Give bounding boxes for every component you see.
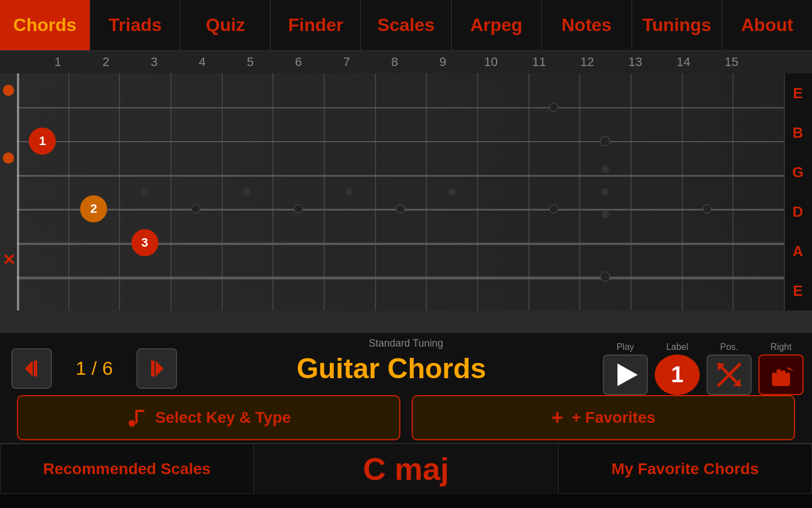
- tuning-label: Standard Tuning: [369, 338, 443, 349]
- fret-line-13: [682, 73, 683, 310]
- nav-scales[interactable]: Scales: [361, 0, 451, 50]
- inlay-dot-fret-7: [345, 188, 353, 196]
- fret-line-7: [375, 73, 376, 310]
- open-string-1: [3, 85, 14, 96]
- extra-dot-12-5: [600, 271, 610, 282]
- fretboard[interactable]: // We'll generate fret lines and dots vi…: [0, 73, 812, 333]
- music-note-icon: [126, 408, 147, 428]
- string-4: [17, 209, 801, 211]
- fret-line-10: [528, 73, 529, 310]
- top-navigation: Chords Triads Quiz Finder Scales Arpeg N…: [0, 0, 812, 51]
- inlay-dot-fret-12: [601, 165, 609, 173]
- fret-line-3: [170, 73, 171, 310]
- inlay-dot-fret-12: [601, 211, 609, 218]
- open-string-3: [3, 152, 14, 164]
- nav-chords[interactable]: Chords: [0, 0, 90, 50]
- home-button[interactable]: △: [377, 496, 438, 508]
- fret-line-11: [579, 73, 580, 310]
- fret-line-5: [272, 73, 273, 310]
- label-ctrl-label: Label: [666, 342, 688, 352]
- nav-arpeg[interactable]: Arpeg: [452, 0, 542, 50]
- neck-note-dot: [549, 103, 558, 112]
- fret-line-9: [477, 73, 478, 310]
- nav-finder[interactable]: Finder: [271, 0, 361, 50]
- right-button[interactable]: [758, 354, 804, 395]
- back-button[interactable]: ←: [104, 496, 169, 508]
- string-6: [17, 277, 801, 279]
- string-2: [17, 141, 801, 142]
- chord-name-display: C maj: [254, 444, 558, 494]
- finger-dot-1: 1: [29, 128, 56, 155]
- guitar-neck: // We'll generate fret lines and dots vi…: [0, 73, 812, 310]
- prev-button[interactable]: [11, 348, 52, 389]
- play-button[interactable]: [603, 354, 648, 395]
- svg-rect-12: [772, 378, 790, 386]
- open-strings: ✕: [0, 73, 17, 310]
- fret-line-15: [784, 73, 785, 310]
- svg-point-14: [129, 420, 135, 427]
- fret-line-14: [732, 73, 734, 310]
- inlay-dot-fret-3: [141, 188, 149, 196]
- inlay-dot-fret-12: [601, 188, 609, 196]
- hand-icon: [767, 361, 795, 388]
- string-labels: E B G D A E: [784, 73, 812, 310]
- select-key-button[interactable]: Select Key & Type: [17, 395, 400, 440]
- favorites-button[interactable]: + + Favorites: [412, 395, 795, 440]
- pos-icon: [715, 361, 743, 389]
- next-icon: [147, 358, 167, 379]
- plus-icon: +: [551, 406, 563, 430]
- nav-quiz[interactable]: Quiz: [180, 0, 271, 50]
- next-button[interactable]: [136, 348, 177, 389]
- nav-about[interactable]: About: [722, 0, 812, 50]
- nav-notes[interactable]: Notes: [542, 0, 632, 50]
- position-counter: 1 / 6: [63, 357, 125, 379]
- play-ctrl-label: Play: [616, 342, 634, 352]
- play-triangle-icon: [617, 364, 638, 386]
- label-button[interactable]: 1: [655, 354, 700, 395]
- neck-note-dot: [549, 204, 558, 213]
- string-1: [17, 107, 801, 108]
- pos-ctrl-label: Pos.: [720, 342, 738, 352]
- finger-dot-3: 3: [131, 229, 158, 256]
- pos-button[interactable]: [707, 354, 752, 395]
- finger-dot-2: 2: [80, 195, 107, 222]
- my-favorite-chords-button[interactable]: My Favorite Chords: [558, 444, 812, 494]
- string-3: [17, 175, 801, 177]
- inlay-dot-fret-5: [243, 188, 251, 196]
- recent-button[interactable]: ▢: [646, 497, 708, 508]
- svg-marker-2: [156, 361, 164, 376]
- extra-dot-12-1: [600, 136, 610, 146]
- neck-note-dot: [703, 204, 712, 213]
- guitar-chords-title: Guitar Chords: [297, 352, 486, 385]
- fret-numbers-row: 1 2 3 4 5 6 7 8 9 10 11 12 13 14 15: [0, 51, 812, 73]
- title-area: Guitar Chords: [180, 352, 603, 385]
- muted-string-6: ✕: [2, 251, 15, 269]
- nav-triads[interactable]: Triads: [90, 0, 180, 50]
- nav-tunings[interactable]: Tunings: [632, 0, 722, 50]
- svg-marker-13: [788, 367, 795, 371]
- fret-line-2: [119, 73, 120, 310]
- svg-rect-1: [34, 361, 37, 376]
- right-ctrl-label: Right: [770, 342, 791, 352]
- neck-note-dot: [191, 204, 200, 213]
- recommended-scales-button[interactable]: Recommended Scales: [0, 444, 254, 494]
- fret-line-1: [68, 73, 69, 310]
- fret-line-4: [222, 73, 223, 310]
- prev-icon: [21, 358, 42, 379]
- neck-note-dot: [294, 204, 303, 213]
- svg-rect-16: [135, 410, 144, 412]
- neck-note-dot: [396, 204, 405, 213]
- inlay-dot-fret-9: [448, 188, 456, 196]
- svg-marker-0: [25, 361, 33, 376]
- fret-line-12: [630, 73, 632, 310]
- fret-line-6: [324, 73, 325, 310]
- svg-rect-3: [151, 361, 155, 376]
- fret-line-8: [426, 73, 427, 310]
- fret-line-0: [17, 73, 19, 310]
